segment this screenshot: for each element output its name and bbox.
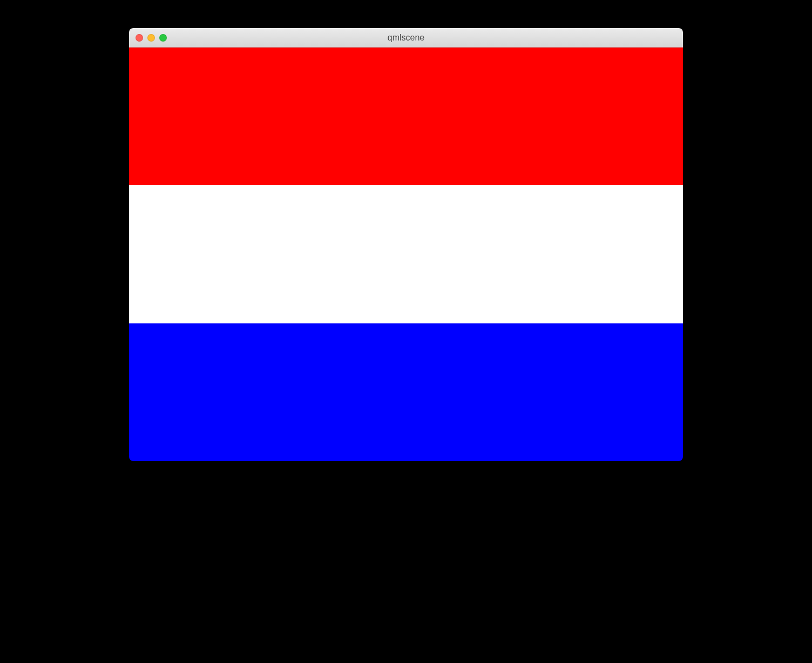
application-window: qmlscene	[129, 28, 683, 461]
stripe-middle	[129, 185, 683, 323]
traffic-lights	[129, 34, 167, 42]
window-titlebar[interactable]: qmlscene	[129, 28, 683, 48]
close-button[interactable]	[136, 34, 143, 42]
stripe-bottom	[129, 323, 683, 461]
window-title: qmlscene	[129, 33, 683, 43]
stripe-top	[129, 48, 683, 185]
minimize-button[interactable]	[147, 34, 155, 42]
window-content	[129, 48, 683, 461]
zoom-button[interactable]	[159, 34, 167, 42]
